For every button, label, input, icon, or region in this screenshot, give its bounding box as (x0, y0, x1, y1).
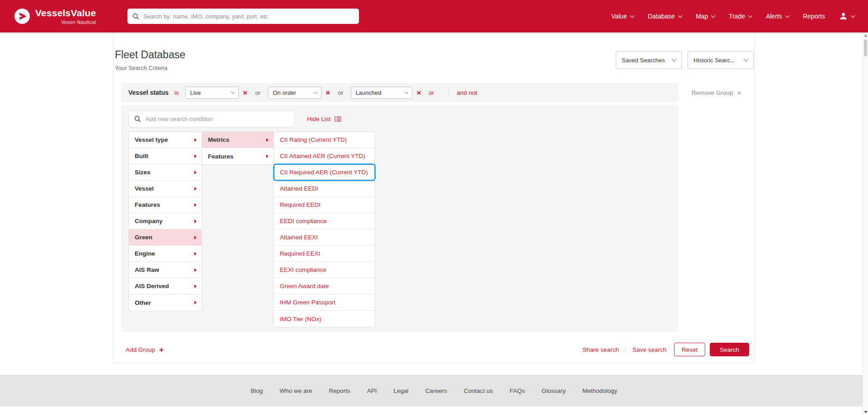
save-search-link[interactable]: Save search (625, 346, 666, 353)
vessel-status-value-3: Launched (355, 89, 381, 96)
nav-label: Reports (803, 13, 825, 20)
scroll-up-icon[interactable] (864, 34, 868, 37)
footer-link-methodology[interactable]: Methodology (582, 387, 617, 394)
global-search-input[interactable] (143, 13, 354, 20)
option-eexi-compliance[interactable]: EEXI compliance (274, 262, 375, 278)
search-icon (134, 116, 141, 122)
menu-item-label: Vessel (135, 185, 154, 192)
menu-item-features[interactable]: Features (129, 197, 202, 213)
vessel-status-select-3[interactable]: Launched (351, 87, 412, 99)
nav-label: Trade (729, 13, 745, 20)
historic-searches-dropdown[interactable]: Historic Searc... (688, 51, 754, 69)
option-imo-tier-nox[interactable]: IMO Tier (NOx) (274, 311, 375, 327)
option-label: IHM Green Passport (280, 299, 335, 306)
page-title: Fleet Database (115, 49, 185, 61)
option-attained-eedi[interactable]: Attained EEDI (274, 181, 375, 197)
menu-item-company[interactable]: Company (129, 213, 202, 229)
option-cii-attained-aer[interactable]: CII Attained AER (Current YTD) (274, 148, 375, 164)
chevron-down-icon (678, 13, 682, 18)
option-ihm-green-passport[interactable]: IHM Green Passport (274, 294, 375, 311)
footer-link-faqs[interactable]: FAQs (509, 387, 525, 394)
remove-group-button[interactable]: Remove Group × (692, 89, 741, 97)
menu-item-green[interactable]: Green (129, 229, 202, 246)
criteria-operator: is (175, 89, 179, 96)
footer-link-reports[interactable]: Reports (329, 387, 350, 394)
saved-searches-label: Saved Searches (622, 57, 665, 64)
footer-link-legal[interactable]: Legal (394, 387, 409, 394)
hide-list-toggle[interactable]: Hide List (307, 116, 341, 122)
chevron-right-icon (194, 268, 197, 272)
search-button[interactable]: Search (710, 343, 749, 356)
menu-item-label: AIS Raw (135, 266, 159, 273)
footer-link-careers[interactable]: Careers (425, 387, 447, 394)
add-group-button[interactable]: Add Group + (126, 346, 164, 354)
condition-search[interactable] (128, 111, 295, 127)
option-eedi-compliance[interactable]: EEDI compliance (274, 213, 375, 229)
brand-logo[interactable]: VesselsValue Veson Nautical (14, 8, 96, 25)
menu-item-vessel-type[interactable]: Vessel type (129, 132, 202, 148)
footer-link-api[interactable]: API (367, 387, 377, 394)
vessel-status-value-1: Live (190, 89, 201, 96)
option-cii-required-aer[interactable]: CII Required AER (Current YTD) (274, 164, 375, 181)
remove-condition-1-icon[interactable]: × (243, 89, 247, 97)
search-condition-panel: Hide List (121, 105, 678, 332)
menu-item-label: Built (135, 153, 148, 159)
add-or-condition-link[interactable]: or (429, 89, 434, 96)
criteria-section: Vessel status is Live × or On order × or (113, 83, 755, 332)
vertical-scrollbar[interactable] (863, 33, 868, 415)
vessel-status-select-2[interactable]: On order (268, 87, 321, 99)
user-menu[interactable] (839, 12, 854, 20)
option-required-eexi[interactable]: Required EEXI (274, 246, 375, 262)
menu-item-sizes[interactable]: Sizes (129, 164, 202, 181)
nav-item-trade[interactable]: Trade (729, 13, 752, 20)
option-cii-rating[interactable]: CII Rating (Current YTD) (274, 132, 375, 148)
footer-link-who-we-are[interactable]: Who we are (280, 387, 312, 394)
menu-item-label: Engine (135, 250, 155, 257)
menu-item-engine[interactable]: Engine (129, 246, 202, 262)
chevron-down-icon (405, 90, 408, 93)
footer-link-glossary[interactable]: Glossary (542, 387, 566, 394)
vessel-status-select-1[interactable]: Live (185, 87, 239, 99)
condition-menu: Vessel type Built Sizes Vessel Features … (128, 131, 671, 327)
chevron-right-icon (194, 301, 197, 304)
menu-item-ais-raw[interactable]: AIS Raw (129, 262, 202, 278)
global-search[interactable] (127, 9, 359, 24)
saved-searches-dropdown[interactable]: Saved Searches (616, 51, 682, 69)
menu-column-subcategories: Metrics Features (202, 131, 274, 165)
vesselsvalue-logo-icon (14, 8, 31, 25)
plus-icon: + (159, 346, 164, 354)
menu-item-built[interactable]: Built (129, 148, 202, 164)
nav-item-database[interactable]: Database (648, 13, 682, 20)
reset-button[interactable]: Reset (674, 343, 705, 356)
page-subtitle: Your Search Criteria (115, 65, 185, 71)
condition-search-input[interactable] (146, 116, 289, 122)
footer-link-contact-us[interactable]: Contact us (464, 387, 493, 394)
menu-item-other[interactable]: Other (129, 294, 202, 311)
share-search-link[interactable]: Share search (583, 346, 619, 353)
remove-condition-2-icon[interactable]: × (326, 89, 330, 97)
menu-item-vessel[interactable]: Vessel (129, 181, 202, 197)
chevron-down-icon (671, 56, 676, 61)
menu-item-ais-derived[interactable]: AIS Derived (129, 278, 202, 294)
nav-label: Map (696, 13, 708, 20)
or-separator: or (338, 89, 343, 96)
remove-condition-3-icon[interactable]: × (416, 89, 421, 97)
nav-item-alerts[interactable]: Alerts (766, 13, 789, 20)
nav-item-map[interactable]: Map (696, 13, 715, 20)
nav-item-value[interactable]: Value (611, 13, 634, 20)
scrollbar-thumb[interactable] (864, 39, 867, 56)
add-and-not-condition-link[interactable]: and not (448, 89, 477, 96)
menu-item-label: AIS Derived (135, 283, 169, 289)
scroll-down-icon[interactable] (864, 411, 868, 413)
criteria-rail: Remove Group × (678, 83, 755, 97)
submenu-item-features[interactable]: Features (202, 148, 274, 164)
hide-list-label: Hide List (307, 116, 331, 122)
submenu-item-metrics[interactable]: Metrics (202, 132, 274, 148)
option-attained-eexi[interactable]: Attained EEXI (274, 229, 375, 246)
actions-right: Share search Save search Reset Search (583, 343, 749, 356)
brand-subtitle: Veson Nautical (35, 19, 96, 25)
footer-link-blog[interactable]: Blog (250, 387, 263, 394)
nav-item-reports[interactable]: Reports (803, 13, 825, 20)
option-green-award-date[interactable]: Green Award date (274, 278, 375, 294)
option-required-eedi[interactable]: Required EEDI (274, 197, 375, 213)
